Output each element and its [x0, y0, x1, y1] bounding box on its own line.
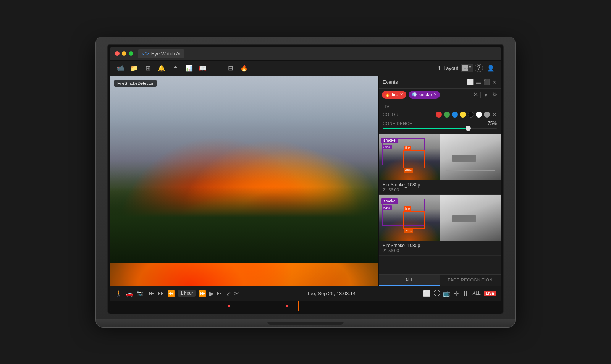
timeline[interactable] [110, 301, 501, 311]
filter-expand-button[interactable]: ▼ [480, 92, 488, 98]
screen: </> Eye Watch Ai 📹 📁 ⊞ 🔔 🖥 📊 📖 ☰ ⊟ 🔥 [110, 47, 501, 311]
smoke-overlay [110, 76, 378, 181]
filter-settings-icon[interactable]: ⚙ [492, 91, 498, 98]
events-header: Events ⬜ ▬ ⬛ ✕ [379, 76, 501, 89]
toolbar-bell-icon[interactable]: 🔔 [155, 62, 168, 74]
filter-tag-fire[interactable]: 🔥 fire ✕ [382, 91, 406, 99]
toolbar-user-icon[interactable]: 👤 [485, 62, 497, 74]
cut-icon[interactable]: ✂ [234, 290, 239, 297]
tab-face-recognition[interactable]: FACE RECOGNITION [440, 275, 501, 286]
color-dot-black[interactable] [468, 112, 474, 118]
camera-icon[interactable]: 📷 [136, 290, 143, 296]
prev-frame-icon[interactable]: ⏮ [149, 290, 155, 297]
event-time-2: 21:56:03 [383, 248, 497, 253]
next-frame-icon[interactable]: ▶ [209, 290, 214, 297]
laptop-container: </> Eye Watch Ai 📹 📁 ⊞ 🔔 🖥 📊 📖 ☰ ⊟ 🔥 [95, 37, 516, 328]
filter-tag-smoke[interactable]: 💨 smoke ✕ [409, 91, 440, 99]
confidence-slider[interactable] [383, 128, 497, 129]
screen-ratio-icon[interactable]: ⬜ [423, 290, 431, 297]
toolbar-folder-icon[interactable]: 📁 [128, 62, 140, 74]
minimize-panel-icon[interactable]: ▬ [476, 79, 481, 85]
screen-bezel: </> Eye Watch Ai 📹 📁 ⊞ 🔔 🖥 📊 📖 ☰ ⊟ 🔥 [107, 44, 504, 314]
video-background [110, 76, 378, 286]
toolbar: 📹 📁 ⊞ 🔔 🖥 📊 📖 ☰ ⊟ 🔥 1_Layout [110, 61, 501, 76]
traffic-lights [115, 51, 133, 56]
toolbar-flame-icon[interactable]: 🔥 [238, 62, 250, 74]
pip-icon[interactable]: 📺 [443, 290, 451, 297]
toolbar-chart-icon[interactable]: 📊 [183, 62, 195, 74]
color-dot-white[interactable] [476, 112, 482, 118]
remove-smoke-filter[interactable]: ✕ [433, 92, 437, 97]
events-panel: Events ⬜ ▬ ⬛ ✕ 🔥 f [378, 76, 501, 286]
confidence-value: 75% [488, 121, 497, 126]
laptop-body: </> Eye Watch Ai 📹 📁 ⊞ 🔔 🖥 📊 📖 ☰ ⊟ 🔥 [95, 37, 516, 319]
event-camera-1: FireSmoke_1080p [383, 182, 497, 188]
pause-icon[interactable]: ⏸ [462, 289, 469, 298]
close-panel-icon[interactable]: ✕ [492, 79, 497, 85]
live-label: LIVE [383, 104, 393, 109]
filter-clear-button[interactable]: ✕ [473, 91, 478, 98]
live-filter-row: LIVE [383, 104, 497, 109]
layout-selector[interactable]: 1_Layout ▼ [438, 64, 473, 72]
event-smoke-conf-2: 54% [382, 205, 392, 210]
all-label: ALL [472, 291, 480, 296]
tab-all[interactable]: ALL [379, 275, 440, 286]
rewind-icon[interactable]: ⏪ [167, 290, 175, 297]
window-icon[interactable]: ⬜ [467, 79, 474, 85]
color-dot-yellow[interactable] [460, 112, 466, 118]
toolbar-menu-icon[interactable]: ☰ [210, 62, 223, 74]
event-card[interactable]: fire 69% [379, 134, 501, 195]
timeline-event-2 [286, 305, 288, 307]
playback-speed-label[interactable]: 1 hour [178, 290, 196, 297]
motion-detection-icon[interactable]: 🚶 [115, 290, 123, 297]
toolbar-book-icon[interactable]: 📖 [197, 62, 209, 74]
timeline-event-1 [228, 305, 230, 307]
event-card-2[interactable]: fire 71% [379, 195, 501, 256]
event-info-2: FireSmoke_1080p 21:56:03 [379, 241, 501, 255]
vehicle-detection-icon[interactable]: 🚗 [126, 290, 133, 297]
event-time-1: 21:56:03 [383, 188, 497, 192]
live-badge: LIVE [484, 291, 496, 296]
events-header-icons: ⬜ ▬ ⬛ ✕ [467, 79, 497, 85]
prev-icon[interactable]: ⏭ [158, 290, 164, 297]
toolbar-grid-icon[interactable]: ⊞ [142, 62, 154, 74]
color-dot-gray[interactable] [484, 112, 490, 118]
filter-fire-label: fire [392, 92, 398, 97]
layout-label: 1_Layout [438, 65, 459, 71]
event-thumbnail-1: fire 69% [379, 134, 501, 180]
title-bar: </> Eye Watch Ai [110, 47, 501, 61]
trees-overlay [110, 187, 378, 263]
fit-icon[interactable]: ⤢ [226, 290, 231, 297]
expand-panel-icon[interactable]: ⬛ [483, 79, 490, 85]
skip-end-icon[interactable]: ⏭ [217, 290, 223, 297]
video-panel: FireSmokeDetector [110, 76, 378, 286]
color-label: COLOR [383, 112, 399, 117]
timeline-track [110, 306, 501, 306]
video-controls-bar: 🚶 🚗 📷 ⏮ ⏭ ⏪ 1 hour ⏩ ▶ ⏭ ⤢ ✂ Tue, Sep 26 [110, 286, 501, 301]
confidence-thumb[interactable] [466, 126, 471, 131]
color-dot-green[interactable] [444, 112, 450, 118]
app-title: </> Eye Watch Ai [138, 49, 184, 58]
bottom-tabs: ALL FACE RECOGNITION [379, 274, 501, 286]
fullscreen-icon[interactable]: ⛶ [434, 290, 440, 297]
toolbar-layout-icon[interactable]: ⊟ [224, 62, 236, 74]
confidence-label: CONFIDENCE [383, 121, 412, 126]
remove-fire-filter[interactable]: ✕ [400, 92, 403, 97]
color-dot-red[interactable] [436, 112, 442, 118]
laptop-base [95, 319, 516, 328]
app-title-text: Eye Watch Ai [151, 51, 181, 57]
close-button[interactable] [115, 51, 120, 56]
event-camera-2: FireSmoke_1080p [383, 243, 497, 248]
color-filter-clear[interactable]: ✕ [492, 111, 497, 118]
toolbar-help-icon[interactable]: ? [475, 64, 483, 72]
current-time: Tue, Sep 26, 13:03:14 [307, 291, 356, 296]
crosshair-icon[interactable]: ✛ [454, 290, 459, 297]
maximize-button[interactable] [129, 51, 133, 56]
minimize-button[interactable] [122, 51, 126, 56]
toolbar-display-icon[interactable]: 🖥 [169, 62, 181, 74]
fast-forward-icon[interactable]: ⏩ [199, 290, 206, 297]
event-smoke-tag-2: smoke [381, 197, 398, 204]
time-display: Tue, Sep 26, 13:03:14 [242, 290, 420, 297]
color-dot-blue[interactable] [452, 112, 458, 118]
toolbar-camera-icon[interactable]: 📹 [114, 62, 126, 74]
